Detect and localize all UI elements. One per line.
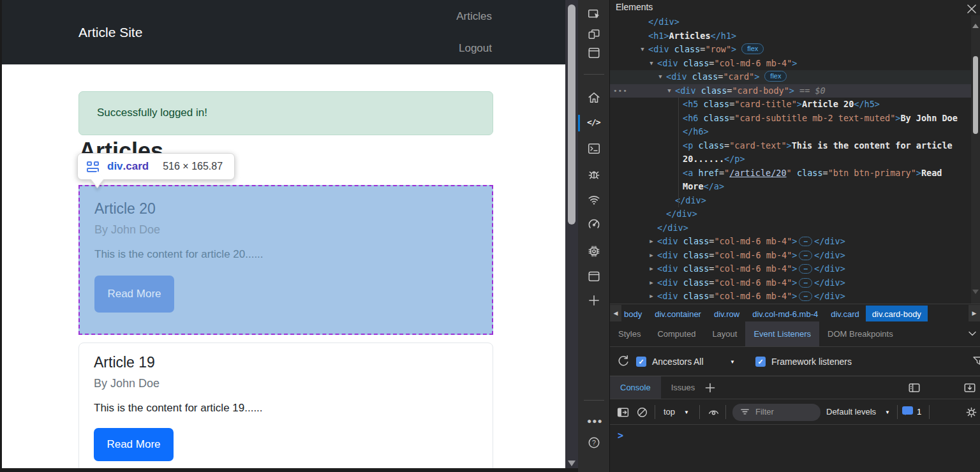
tab-event-listeners[interactable]: Event Listeners [745,321,819,346]
dom-tree-row[interactable]: ▶<div class="col-md-6 mb-4">⋯</div> [610,290,980,304]
settings-gear-icon[interactable] [965,406,978,422]
dom-tree-row[interactable]: ▼<div class="row">flex [610,43,980,57]
tree-expand-arrow-icon[interactable]: ▼ [638,43,647,57]
scrollbar-thumb[interactable] [973,56,978,134]
row-options-icon[interactable]: ••• [613,84,628,98]
tree-expand-arrow-icon[interactable]: ▼ [647,57,656,71]
dom-tree-row[interactable]: ▼<div class="col-md-6 mb-4"> [610,57,980,71]
refresh-icon[interactable] [616,354,630,371]
context-selector[interactable]: top [664,407,675,417]
help-icon[interactable]: ? [587,436,601,450]
breadcrumb-item[interactable]: div.col-md-6.mb-4 [746,306,824,321]
inspect-icon[interactable] [587,8,601,22]
close-icon[interactable] [965,2,979,16]
nav-link-logout[interactable]: Logout [459,42,492,55]
elements-panel-icon[interactable]: </> [587,116,601,130]
dom-tree-row[interactable]: <p class="card-text">This is the content… [610,139,980,153]
dom-tree-row[interactable]: 20......</p> [610,152,980,166]
flex-badge[interactable]: flex [741,43,764,54]
read-more-button[interactable]: Read More [94,428,174,461]
tab-computed[interactable]: Computed [649,321,704,346]
device-emulation-icon[interactable] [587,27,601,41]
tab-dom-breakpoints[interactable]: DOM Breakpoints [819,321,902,346]
messages-bubble-icon[interactable] [902,406,913,415]
console-sidebar-icon[interactable] [907,381,921,397]
framework-listeners-checkbox[interactable]: ✓ [755,357,766,367]
memory-icon[interactable] [587,244,601,258]
collapsed-content-icon[interactable]: ⋯ [799,278,812,288]
dom-tree-row[interactable]: •••▼<div class="card-body"> == $0 [610,84,980,98]
tree-expand-arrow-icon[interactable]: ▶ [647,235,656,249]
ancestors-checkbox[interactable]: ✓ [636,357,646,367]
live-expression-eye-icon[interactable] [707,406,720,422]
console-sidebar-toggle-icon[interactable] [616,406,630,422]
dom-tree-row[interactable]: </div> [610,207,980,221]
clear-console-icon[interactable] [635,406,649,422]
collapsed-content-icon[interactable]: ⋯ [799,237,812,246]
dropdown-arrow-icon[interactable]: ▼ [885,409,890,415]
article-card-highlighted[interactable]: Article 20 By John Doe This is the conte… [78,185,493,335]
breadcrumb-item[interactable]: div.container [648,306,708,321]
console-filter-input[interactable]: Filter [732,404,820,421]
expand-quick-view-icon[interactable] [963,381,977,397]
dropdown-arrow-icon[interactable]: ▼ [730,359,735,365]
read-more-button[interactable]: Read More [94,276,174,313]
application-icon[interactable] [587,269,601,283]
breadcrumb-left-arrow-icon[interactable]: ◀ [610,305,621,321]
tree-scrollbar[interactable] [971,15,980,304]
dom-tree-row[interactable]: ▶<div class="col-md-6 mb-4">⋯</div> [610,276,980,290]
chevron-down-icon[interactable] [966,327,979,343]
dropdown-arrow-icon[interactable]: ▼ [684,409,689,415]
collapsed-content-icon[interactable]: ⋯ [799,291,812,301]
dom-tree-row[interactable]: <h1>Articles</h1> [610,29,980,43]
breadcrumb-item[interactable]: div.card-body [866,306,928,321]
scrollbar-thumb[interactable] [568,4,575,225]
drawer-tab-issues[interactable]: Issues [661,376,706,399]
tree-expand-arrow-icon[interactable]: ▶ [647,262,656,276]
dom-tree-row[interactable]: </div> [610,194,980,208]
filter-icon[interactable] [972,355,980,369]
collapsed-content-icon[interactable]: ⋯ [799,264,812,274]
nav-link-articles[interactable]: Articles [456,10,492,23]
breadcrumb-item[interactable]: div.card [824,306,866,321]
more-options-icon[interactable]: ●●● [587,415,601,429]
dom-tree-row[interactable]: ▶<div class="col-md-6 mb-4">⋯</div> [610,235,980,249]
scroll-down-arrow-icon[interactable] [972,290,979,297]
collapsed-content-icon[interactable]: ⋯ [799,251,812,260]
breadcrumb-right-arrow-icon[interactable]: ▶ [969,305,980,321]
tab-layout[interactable]: Layout [704,321,745,346]
debugger-icon[interactable] [587,167,601,181]
ancestors-scope-value[interactable]: All [694,357,704,367]
dom-tree-row[interactable]: <h5 class="card-title">Article 20</h5> [610,98,980,112]
drawer-tab-console[interactable]: Console [610,376,661,399]
add-tab-icon[interactable] [703,381,717,397]
add-tools-icon[interactable] [587,293,601,307]
performance-icon[interactable] [587,217,601,231]
log-levels-selector[interactable]: Default levels [826,407,876,417]
browser-window-icon[interactable] [587,46,601,60]
tree-expand-arrow-icon[interactable]: ▶ [647,249,656,263]
dom-tree-row[interactable]: ▶<div class="col-md-6 mb-4">⋯</div> [610,262,980,276]
home-icon[interactable] [587,91,601,105]
dom-tree-row[interactable]: <a href="/article/20" class="btn btn-pri… [610,166,980,181]
console-prompt-icon[interactable]: > [618,430,623,441]
tree-expand-arrow-icon[interactable]: ▶ [647,290,656,304]
tree-expand-arrow-icon[interactable]: ▼ [665,84,674,98]
flex-badge[interactable]: flex [764,71,787,82]
console-panel-icon[interactable] [587,142,601,156]
tree-expand-arrow-icon[interactable]: ▼ [656,70,665,84]
dom-tree-row[interactable]: </div> [610,15,980,29]
page-scrollbar[interactable] [565,0,578,472]
dom-tree-row[interactable]: ▶<div class="col-md-6 mb-4">⋯</div> [610,249,980,263]
dom-tree-row[interactable]: <h6 class="card-subtitle mb-2 text-muted… [610,112,980,126]
tree-expand-arrow-icon[interactable]: ▶ [647,276,656,290]
breadcrumb-item[interactable]: div.row [708,306,746,321]
tab-styles[interactable]: Styles [610,321,649,346]
scroll-up-arrow-icon[interactable] [972,20,979,28]
dom-tree-row[interactable]: </div> [610,221,980,235]
network-icon[interactable] [587,193,601,207]
dom-tree-row[interactable]: More</a> [610,180,980,194]
navbar-brand[interactable]: Article Site [78,25,142,40]
dom-tree-row[interactable]: ▼<div class="card">flex [610,70,980,84]
breadcrumb-item[interactable]: body [618,306,648,321]
